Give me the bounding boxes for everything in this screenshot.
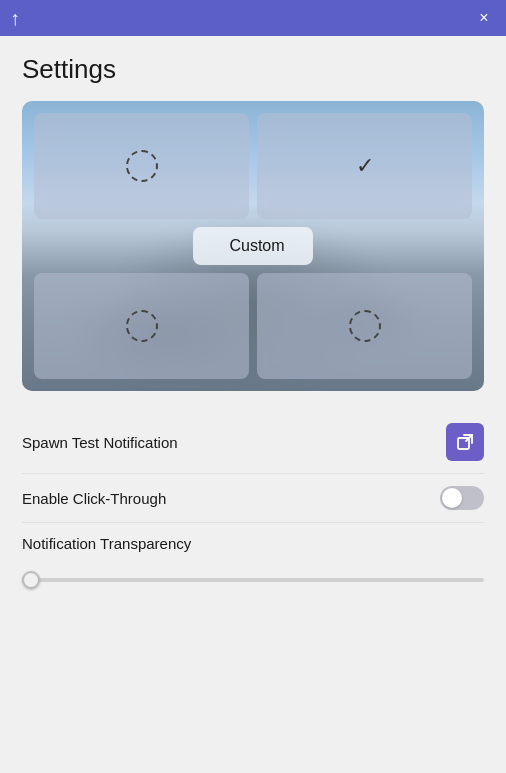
spawn-notification-button[interactable] xyxy=(446,423,484,461)
page-title: Settings xyxy=(22,54,484,85)
custom-preset-button[interactable]: Custom xyxy=(193,227,312,265)
click-through-label: Enable Click-Through xyxy=(22,490,166,507)
click-through-toggle[interactable] xyxy=(440,486,484,510)
circle-dashed-icon-3 xyxy=(126,310,158,342)
custom-button-label: Custom xyxy=(229,237,284,255)
settings-content: Settings ✓ Custom xyxy=(0,36,506,612)
preset-button-1[interactable] xyxy=(34,113,249,219)
custom-button-row: Custom xyxy=(34,227,472,265)
preset-button-2[interactable]: ✓ xyxy=(257,113,472,219)
circle-dashed-icon-1 xyxy=(126,150,158,182)
transparency-label: Notification Transparency xyxy=(22,535,484,552)
preset-button-3[interactable] xyxy=(34,273,249,379)
preset-button-4[interactable] xyxy=(257,273,472,379)
transparency-section: Notification Transparency xyxy=(22,523,484,590)
checkmark-icon: ✓ xyxy=(356,153,374,179)
external-link-icon xyxy=(456,433,474,451)
app-icon: ↑ xyxy=(10,7,20,30)
transparency-slider-container xyxy=(22,564,484,590)
preset-grid: ✓ Custom xyxy=(22,101,484,391)
title-bar: ↑ × xyxy=(0,0,506,36)
click-through-row: Enable Click-Through xyxy=(22,474,484,523)
spawn-notification-row: Spawn Test Notification xyxy=(22,411,484,474)
transparency-slider[interactable] xyxy=(22,578,484,582)
close-button[interactable]: × xyxy=(472,6,496,30)
spawn-notification-label: Spawn Test Notification xyxy=(22,434,178,451)
wallpaper-preview: ✓ Custom xyxy=(22,101,484,391)
circle-dashed-icon-4 xyxy=(349,310,381,342)
